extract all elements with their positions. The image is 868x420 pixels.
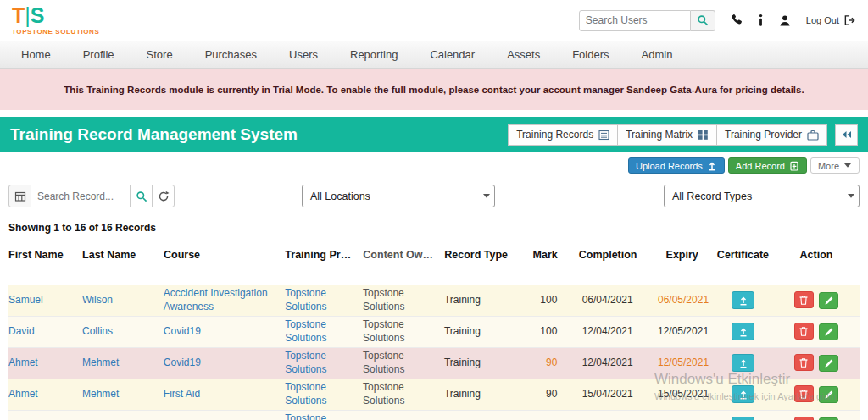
upload-icon xyxy=(738,358,748,368)
logo-letter-s: S xyxy=(31,3,45,27)
table-row: Ahmet Mehmet First Aid Topstone Solution… xyxy=(8,379,860,411)
list-icon xyxy=(598,130,609,141)
edit-record-button[interactable] xyxy=(819,355,838,372)
collapse-panel-button[interactable] xyxy=(835,124,858,146)
training-matrix-button[interactable]: Training Matrix xyxy=(618,124,717,146)
user-search-input[interactable] xyxy=(579,10,691,31)
nav-item-purchases[interactable]: Purchases xyxy=(189,41,273,68)
upload-certificate-button[interactable] xyxy=(732,291,754,309)
training-provider-link[interactable]: Topstone Solutions xyxy=(285,412,326,420)
nav-item-profile[interactable]: Profile xyxy=(67,41,131,68)
record-search-button[interactable] xyxy=(130,185,153,207)
filter-row: All Locations All Record Types xyxy=(8,185,860,207)
calendar-icon xyxy=(14,191,26,202)
table-header-row: First NameLast NameCourseTraining Provid… xyxy=(8,246,860,268)
user-search-button[interactable] xyxy=(691,10,715,31)
upload-records-button[interactable]: Upload Records xyxy=(628,158,725,174)
course-link[interactable]: Acccident Investigation Awareness xyxy=(164,287,268,312)
upload-records-label: Upload Records xyxy=(636,161,703,171)
trash-icon xyxy=(798,357,809,368)
course-link[interactable]: Covid19 xyxy=(164,356,201,368)
delete-record-button[interactable] xyxy=(794,417,814,420)
refresh-button[interactable] xyxy=(152,185,175,207)
brand-logo: T|S TOPSTONE SOLUTIONS xyxy=(12,5,99,36)
edit-record-button[interactable] xyxy=(819,323,838,340)
upload-certificate-button[interactable] xyxy=(732,354,754,372)
add-icon xyxy=(789,161,799,171)
table-row: Samuel Wilson Acccident Investigation Aw… xyxy=(8,285,860,317)
info-button[interactable] xyxy=(758,14,764,27)
delete-record-button[interactable] xyxy=(794,291,814,308)
record-types-select[interactable]: All Record Types xyxy=(664,185,860,207)
last-name-link[interactable]: Mehmet xyxy=(82,356,119,368)
column-header: First Name xyxy=(8,249,82,261)
record-type-text: Training xyxy=(444,388,481,400)
training-records-button[interactable]: Training Records xyxy=(508,124,618,146)
completion-date: 12/04/2021 xyxy=(582,356,633,368)
add-record-button[interactable]: Add Record xyxy=(728,158,807,174)
last-name-link[interactable]: Wilson xyxy=(82,294,113,306)
mark-value: 100 xyxy=(540,294,557,306)
column-header: Mark xyxy=(518,249,564,261)
trash-icon xyxy=(798,295,809,306)
record-search-input[interactable] xyxy=(31,185,131,207)
edit-record-button[interactable] xyxy=(819,386,838,403)
table-body: Samuel Wilson Acccident Investigation Aw… xyxy=(8,285,860,420)
mark-value: 90 xyxy=(546,388,557,400)
training-provider-link[interactable]: Topstone Solutions xyxy=(285,381,326,406)
record-search-group xyxy=(8,185,175,207)
more-label: More xyxy=(818,161,839,171)
upload-certificate-button[interactable] xyxy=(732,385,754,403)
upload-certificate-button[interactable] xyxy=(732,323,754,340)
logout-button[interactable]: Log Out xyxy=(806,14,856,26)
mark-value: 90 xyxy=(546,356,557,368)
record-type-text: Training xyxy=(444,325,481,337)
first-name-link[interactable]: Ahmet xyxy=(8,388,38,400)
first-name-link[interactable]: Ahmet xyxy=(8,356,38,368)
training-provider-link[interactable]: Topstone Solutions xyxy=(285,350,326,375)
logo-letter-t: T xyxy=(12,3,25,27)
first-name-link[interactable]: Samuel xyxy=(8,294,43,306)
nav-item-assets[interactable]: Assets xyxy=(491,41,556,68)
delete-record-button[interactable] xyxy=(794,385,814,402)
column-header: Action xyxy=(780,249,860,261)
nav-item-reporting[interactable]: Reporting xyxy=(334,41,414,68)
training-provider-link[interactable]: Topstone Solutions xyxy=(285,287,326,312)
nav-item-home[interactable]: Home xyxy=(5,41,67,68)
person-icon xyxy=(778,14,792,27)
delete-record-button[interactable] xyxy=(794,354,814,371)
last-name-link[interactable]: Collins xyxy=(82,325,113,337)
expiry-date: 06/05/2021 xyxy=(658,294,709,306)
more-button[interactable]: More xyxy=(810,158,860,174)
edit-record-button[interactable] xyxy=(819,292,838,309)
course-link[interactable]: First Aid xyxy=(164,388,200,400)
nav-item-store[interactable]: Store xyxy=(131,41,189,68)
trash-icon xyxy=(798,326,809,337)
content-owner-text: Topstone Solutions xyxy=(363,287,404,312)
last-name-link[interactable]: Mehmet xyxy=(82,388,119,400)
nav-item-admin[interactable]: Admin xyxy=(626,41,689,68)
table-row: Ahmet Mehmet Covid19 Topstone Solutions … xyxy=(8,348,860,379)
first-name-link[interactable]: David xyxy=(8,325,35,337)
nav-item-folders[interactable]: Folders xyxy=(556,41,625,68)
delete-record-button[interactable] xyxy=(794,323,814,340)
trash-icon xyxy=(798,389,809,400)
upload-certificate-button[interactable] xyxy=(732,417,754,420)
course-link[interactable]: Covid19 xyxy=(164,325,201,337)
results-summary: Showing 1 to 16 of 16 Records xyxy=(8,222,860,234)
profile-button[interactable] xyxy=(778,14,792,27)
column-header: Expiry xyxy=(659,249,713,261)
content-owner-text: Topstone Solutions xyxy=(363,318,404,344)
nav-item-users[interactable]: Users xyxy=(273,41,334,68)
training-provider-link[interactable]: Topstone Solutions xyxy=(285,318,326,344)
button-label: Training Records xyxy=(516,129,593,141)
pencil-icon xyxy=(824,296,834,306)
training-provider-button[interactable]: Training Provider xyxy=(717,124,827,146)
refresh-icon xyxy=(158,191,170,202)
page-title: Training Record Management System xyxy=(10,125,298,144)
column-header: Training Provid... xyxy=(285,249,363,261)
phone-button[interactable] xyxy=(730,14,743,27)
locations-select[interactable]: All Locations xyxy=(302,185,495,207)
date-filter-button[interactable] xyxy=(8,185,31,207)
nav-item-calendar[interactable]: Calendar xyxy=(414,41,491,68)
